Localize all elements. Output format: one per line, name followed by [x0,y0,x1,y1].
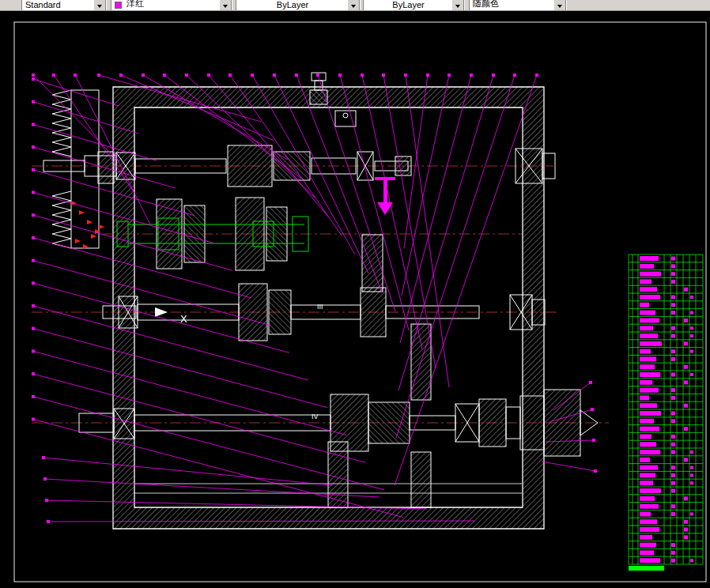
belt-pulley [52,90,114,248]
plotstyle-value: 随颜色 [470,0,553,11]
dropdown-arrow-icon[interactable] [553,0,566,11]
section-x-label: X [180,313,187,325]
shaft-iii-label: III [317,303,323,311]
output-shaft-iii [32,284,557,341]
lineweight-combo[interactable]: ByLayer [363,0,465,11]
text-style-value: Standard [22,0,93,11]
dropdown-arrow-icon[interactable] [219,0,232,11]
parts-table [629,254,703,571]
datum-arrow-symbol [375,177,395,215]
drawing-canvas[interactable]: III X IV [0,11,710,588]
gearbox-assembly-drawing: III X IV [0,11,710,588]
dropdown-arrow-icon[interactable] [93,0,106,11]
color-value: 洋红 [123,0,219,11]
internal-walls [328,235,431,507]
linetype-value: ByLayer [236,0,347,11]
color-combo[interactable]: 洋红 [111,0,232,11]
properties-toolbar: Standard 洋红 ByLayer ByLayer 随颜色 [0,0,710,11]
color-swatch-icon [115,2,122,9]
dropdown-arrow-icon[interactable] [451,0,464,11]
intermediate-shaft-green [103,198,522,270]
shaft-iv-label: IV [312,413,319,420]
lineweight-value: ByLayer [364,0,451,11]
plotstyle-combo[interactable]: 随颜色 [469,0,567,11]
text-style-combo[interactable]: Standard [21,0,107,11]
linetype-combo[interactable]: ByLayer [236,0,361,11]
cad-app: Standard 洋红 ByLayer ByLayer 随颜色 [0,0,710,588]
dropdown-arrow-icon[interactable] [347,0,360,11]
